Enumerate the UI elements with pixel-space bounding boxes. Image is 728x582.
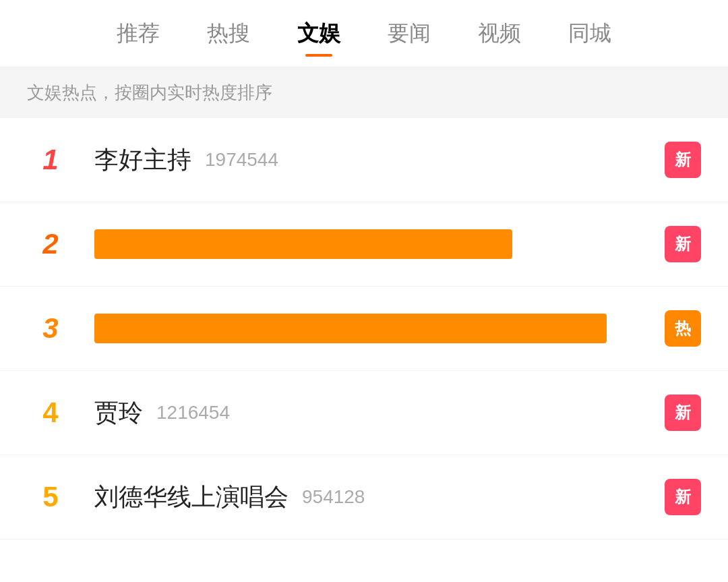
item-count: 1974544 (205, 149, 278, 171)
list-item[interactable]: 3 越天才普普普放浪住矩距画前兄 ... 热 (0, 287, 728, 371)
item-title: 李好主持 (94, 144, 191, 177)
item-badge: 新 (665, 226, 701, 262)
item-content: 李好主持 1974544 (94, 144, 665, 177)
new-badge: 新 (665, 226, 701, 262)
item-text-wrapper: 王的新娘中了弱鸡 (94, 228, 665, 261)
rank-number: 1 (27, 144, 74, 176)
rank-number: 4 (27, 397, 74, 429)
item-content: 刘德华线上演唱会 954128 (94, 481, 665, 514)
rank-number: 5 (27, 481, 74, 513)
item-badge: 热 (665, 310, 701, 347)
rank-number: 2 (27, 228, 74, 260)
tab-navigation: 推荐 热搜 文娱 要闻 视频 同城 (0, 0, 728, 67)
rank-number: 3 (27, 312, 74, 345)
item-badge: 新 (665, 479, 701, 515)
tab-tuijian[interactable]: 推荐 (113, 12, 163, 55)
tab-yawen[interactable]: 要闻 (384, 12, 434, 55)
tab-tongcheng[interactable]: 同城 (565, 12, 615, 55)
hot-badge: 热 (665, 310, 701, 347)
item-text-wrapper: 越天才普普普放浪住矩距画前兄 ... (94, 312, 665, 345)
item-title: 刘德华线上演唱会 (94, 481, 289, 514)
tab-wenyu[interactable]: 文娱 (294, 12, 344, 55)
item-title: 贾玲 (94, 397, 143, 430)
tab-resou[interactable]: 热搜 (204, 12, 253, 55)
item-content: 越天才普普普放浪住矩距画前兄 ... (94, 312, 665, 345)
item-badge: 新 (665, 142, 701, 178)
new-badge: 新 (665, 395, 701, 431)
list-item[interactable]: 4 贾玲 1216454 新 (0, 371, 728, 455)
tab-shipin[interactable]: 视频 (475, 12, 524, 55)
item-count: 1216454 (156, 402, 230, 424)
item-badge: 新 (665, 395, 701, 431)
subtitle-text: 文娱热点，按圈内实时热度排序 (27, 82, 272, 103)
list-item[interactable]: 2 王的新娘中了弱鸡 新 (0, 202, 728, 287)
list-item[interactable]: 5 刘德华线上演唱会 954128 新 (0, 455, 728, 540)
subtitle-bar: 文娱热点，按圈内实时热度排序 (0, 67, 728, 118)
new-badge: 新 (665, 479, 701, 515)
new-badge: 新 (665, 142, 701, 178)
redact-overlay (94, 229, 512, 259)
item-content: 王的新娘中了弱鸡 (94, 228, 665, 261)
redact-overlay (94, 314, 607, 343)
item-content: 贾玲 1216454 (94, 397, 665, 430)
trending-list: 1 李好主持 1974544 新 2 王的新娘中了弱鸡 新 3 越天才普普普放浪… (0, 118, 728, 540)
item-count: 954128 (302, 486, 365, 508)
list-item[interactable]: 1 李好主持 1974544 新 (0, 118, 728, 202)
